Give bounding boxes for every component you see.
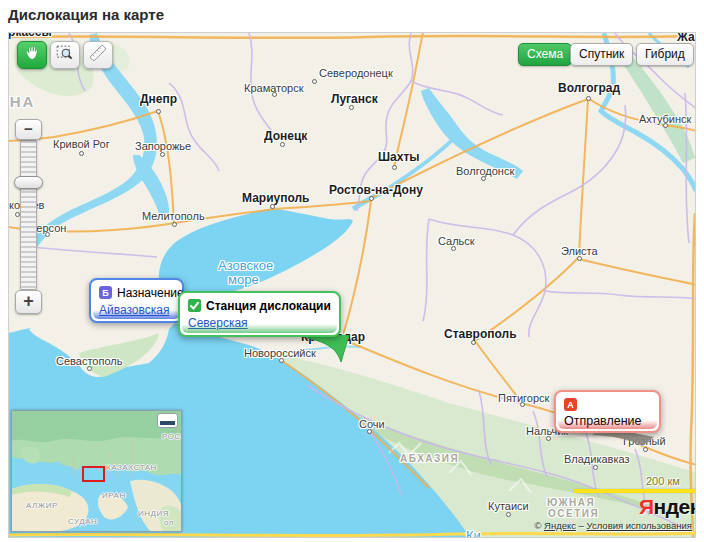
zoom-select-tool-button[interactable] — [50, 41, 80, 69]
zoom-slider-handle[interactable] — [14, 176, 43, 189]
zoom-in-button[interactable]: + — [15, 290, 42, 314]
balloon-title: Станция дислокации — [206, 299, 331, 313]
departure-letter-icon: А — [564, 398, 577, 411]
minimap-collapse-button[interactable] — [157, 413, 178, 428]
scale-label: 200 км — [646, 475, 680, 487]
collapse-icon — [160, 421, 175, 425]
balloon-title: Отправление — [564, 414, 651, 428]
balloon-destination: Б Назначение Айвазовская — [89, 278, 184, 323]
balloon-departure: А Отправление Ханкала — [554, 390, 661, 433]
terms-link[interactable]: Условия использования — [587, 520, 692, 531]
check-icon — [188, 299, 201, 312]
minimap-viewport-rect — [82, 466, 105, 482]
map-type-scheme-button[interactable]: Схема — [518, 43, 572, 66]
destination-station-link[interactable]: Айвазовская — [99, 303, 169, 317]
departure-station-link[interactable]: Ханкала — [564, 431, 611, 433]
destination-letter-icon: Б — [99, 286, 112, 299]
ruler-icon — [87, 42, 109, 68]
pan-tool-button[interactable] — [17, 41, 47, 69]
map-type-satellite-button[interactable]: Спутник — [570, 43, 633, 66]
zoom-out-button[interactable]: − — [15, 119, 42, 140]
balloon-dislocation: Станция дислокации Северская — [178, 291, 341, 337]
yandex-logo[interactable]: Яндекс — [639, 495, 696, 519]
map-type-hybrid-button[interactable]: Гибрид — [636, 43, 694, 66]
measure-tool-button[interactable] — [83, 41, 113, 69]
page: Дислокация на карте — [0, 0, 704, 542]
balloon-title: Назначение — [117, 286, 184, 300]
yandex-link[interactable]: Яндекс — [544, 520, 576, 531]
page-title: Дислокация на карте — [8, 6, 164, 23]
minimap[interactable]: РОССИЯКАЗАХСТАНИРАНАЛЖИРИНДИЯСУДАНоп — [11, 410, 182, 532]
copyright: © Яндекс – Условия использования — [534, 520, 692, 531]
zoom-slider-track[interactable] — [20, 140, 37, 290]
hand-icon — [21, 42, 43, 68]
zoom-select-icon — [54, 42, 76, 68]
scale-bar — [574, 489, 696, 493]
map-canvas[interactable]: ЧеркассыУКРАИНАЖанибекКривой РогДнепрКра… — [8, 32, 696, 538]
dislocation-station-link[interactable]: Северская — [188, 316, 248, 330]
